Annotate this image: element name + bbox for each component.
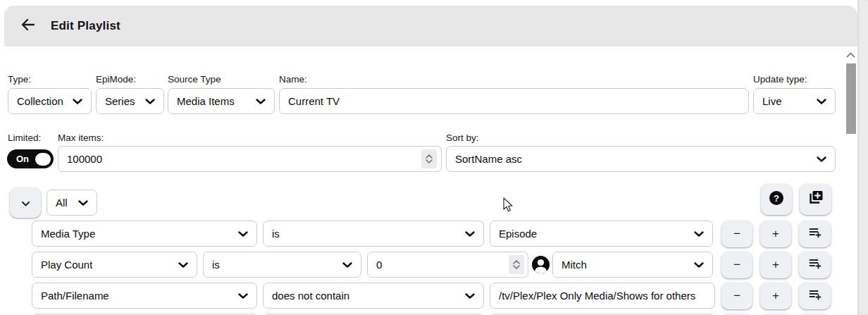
chevron-down-icon	[694, 231, 704, 237]
back-button[interactable]	[16, 13, 41, 39]
chevron-down-icon	[465, 231, 475, 237]
scrollbar-thumb[interactable]	[846, 63, 856, 134]
rule-operator-select[interactable]: does not contain	[263, 283, 484, 309]
number-stepper[interactable]	[421, 149, 437, 168]
chevron-down-icon	[342, 262, 352, 268]
playlist-add-icon	[809, 258, 822, 273]
update-type-label: Update type:	[753, 74, 807, 85]
rule-operator-select[interactable]: is	[263, 221, 484, 247]
epimode-label: EpiMode:	[96, 74, 136, 85]
remove-rule-button[interactable]: −	[721, 252, 752, 278]
max-items-input[interactable]	[58, 146, 442, 172]
chevron-down-icon	[465, 293, 475, 299]
number-stepper[interactable]	[509, 255, 524, 274]
rule-value-select[interactable]: Episode	[490, 221, 713, 247]
remove-rule-button[interactable]: −	[721, 221, 752, 247]
chevron-down-icon	[145, 99, 155, 104]
edit-playlist-dialog: Edit Playlist Type: Collection EpiMode: …	[0, 0, 868, 315]
chevron-down-icon	[238, 231, 248, 237]
max-items-label: Max items:	[58, 132, 104, 143]
chevron-down-icon	[817, 156, 826, 162]
rule-user-select[interactable]: Mitch	[552, 252, 713, 278]
add-rule-group-button[interactable]	[799, 221, 831, 247]
add-rule-button[interactable]: +	[760, 252, 791, 278]
epimode-select[interactable]: Series	[96, 88, 164, 114]
page-scroll-gutter	[857, 0, 868, 315]
type-label: Type:	[8, 74, 31, 85]
chevron-down-icon	[238, 293, 248, 299]
arrow-left-icon	[20, 16, 37, 36]
limited-toggle[interactable]: On	[7, 149, 54, 168]
rule-field-select[interactable]: Play Count	[32, 252, 197, 278]
add-rule-group-button[interactable]	[799, 283, 831, 309]
rule-field-select[interactable]: Path/Filename	[32, 283, 257, 309]
account-circle-icon	[531, 255, 550, 274]
chevron-down-icon	[817, 99, 826, 104]
chevron-down-icon	[694, 262, 704, 268]
match-mode-select[interactable]: All	[46, 190, 97, 216]
chevron-down-icon	[256, 99, 266, 104]
playlist-add-icon	[809, 227, 822, 242]
help-button[interactable]: ?	[761, 184, 792, 215]
library-add-icon	[808, 190, 823, 209]
add-rule-group-button[interactable]	[799, 252, 831, 278]
add-rule-button[interactable]: +	[760, 221, 791, 247]
toggle-knob	[35, 153, 51, 166]
save-playlist-button[interactable]	[800, 184, 831, 215]
chevron-down-icon	[178, 262, 188, 268]
update-type-select[interactable]: Live	[753, 88, 836, 114]
add-rule-button[interactable]: +	[760, 283, 791, 309]
source-type-select[interactable]: Media Items	[168, 88, 275, 114]
svg-text:?: ?	[774, 192, 779, 203]
remove-rule-button[interactable]: −	[721, 283, 752, 309]
playlist-add-icon	[809, 289, 822, 304]
rule-field-select[interactable]: Media Type	[32, 221, 257, 247]
rule-value-number-input[interactable]	[367, 252, 528, 278]
chevron-down-icon	[22, 196, 30, 210]
name-label: Name:	[279, 74, 307, 85]
question-mark-icon: ?	[769, 190, 784, 209]
chevron-down-icon	[78, 200, 88, 206]
scrollbar-up-button[interactable]	[845, 49, 855, 61]
name-input[interactable]	[279, 88, 749, 114]
sort-by-select[interactable]: SortName asc	[446, 146, 836, 172]
rule-operator-select[interactable]: is	[203, 252, 361, 278]
limited-label: Limited:	[8, 132, 41, 143]
chevron-down-icon	[73, 99, 82, 104]
sort-by-label: Sort by:	[446, 132, 479, 143]
expand-rules-button[interactable]	[10, 187, 41, 218]
toggle-state-label: On	[16, 154, 29, 164]
mouse-cursor	[502, 197, 516, 216]
dialog-header: Edit Playlist	[4, 6, 857, 47]
rule-value-text-input[interactable]	[490, 283, 715, 309]
page-title: Edit Playlist	[51, 19, 120, 33]
type-select[interactable]: Collection	[8, 88, 92, 114]
source-type-label: Source Type	[168, 74, 221, 85]
